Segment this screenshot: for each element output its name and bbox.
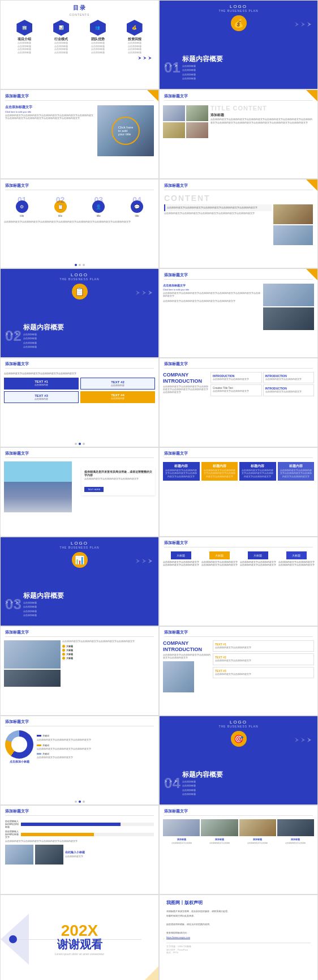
ph1 bbox=[163, 105, 185, 121]
slide6-header: 添加标题文字 bbox=[160, 179, 317, 194]
prog-label-2: 您还需要输入如何绑定标题文字 bbox=[5, 830, 19, 838]
slide3-sub2: Click here to add your title bbox=[5, 110, 95, 113]
slide16-header: 添加标题文字 bbox=[160, 627, 317, 640]
slide11-header: 添加标题文字 bbox=[1, 448, 158, 461]
logo-area-3: LOGO THE BUSENESS PLAN bbox=[1, 537, 158, 550]
step-1: 01 ⚙ title bbox=[9, 196, 35, 217]
tri-deco-3 bbox=[306, 179, 317, 191]
slide-declaration: 我图网丨版权声明 本模板图片来源互联网，若涉及到您的版权，请联系我们处理。 转载… bbox=[159, 895, 318, 980]
slide6-photos bbox=[273, 204, 313, 245]
slide3-title: 添加标题文字 bbox=[5, 93, 154, 101]
ib2-title: INTRODUCTION bbox=[265, 374, 312, 378]
logo-text-4: LOGO bbox=[160, 720, 317, 725]
prog-bar-2 bbox=[21, 833, 154, 836]
col-desc-4: 点击添加内容文字点击添加 bbox=[277, 842, 314, 844]
dot9-active bbox=[79, 443, 81, 445]
slide16-body: COMPANYINTRODUCTION 点击添加内容文字点击添加内容文字点击添加… bbox=[160, 640, 317, 694]
ib1-text: 点击添加内容文字点击添加内容文字 bbox=[213, 378, 260, 381]
toc-arrows bbox=[138, 56, 153, 59]
slide20-header: 添加标题文字 bbox=[160, 806, 317, 819]
slide16-title: 添加标题文字 bbox=[164, 630, 313, 637]
donut-chart-area: 点击添加小标题 bbox=[5, 730, 33, 763]
dot17-active bbox=[79, 801, 81, 803]
logo-text-3: LOGO bbox=[1, 541, 158, 546]
toc-item-4: 💰 投资回报 点击添加标题点击添加标题点击添加标题点击添加标题 bbox=[119, 20, 150, 54]
slide-content-8: 添加标题文字 点击添加标题文字 Click here to add your t… bbox=[159, 268, 318, 358]
legend-3: 关键词 bbox=[37, 752, 154, 755]
dot-yellow-2 bbox=[62, 649, 65, 652]
slide10-body: COMPANYINTRODUCTION 点击添加内容文字点击添加内容文字点击添加… bbox=[160, 372, 317, 396]
t4larr3 bbox=[174, 780, 179, 783]
t3arr1 bbox=[136, 559, 141, 563]
fb3-text: 点击添加内容文字点击添加内容文字点击添加内容文字点击添加内容文字点击添加内容文字 bbox=[242, 469, 274, 478]
slide16-right: TEXT #1 点击添加内容文字点击添加内容文字 TEXT #2 点击添加内容文… bbox=[213, 640, 314, 694]
right-arr-2 bbox=[301, 22, 307, 27]
slide9-intro-text: 点击添加内容文字点击添加内容文字点击添加内容文字点击添加内容文字 bbox=[1, 373, 158, 375]
coin-area-4: 🎯 bbox=[231, 731, 247, 747]
gi3-desc: 点击添加内容 bbox=[7, 398, 76, 400]
logo-text-1: LOGO bbox=[160, 4, 317, 9]
slide6-title: 添加标题文字 bbox=[164, 183, 313, 190]
slide16-co-text: 点击添加内容文字点击添加内容文字点击添加内容文字点击添加内容文字 bbox=[163, 654, 211, 660]
slide-donut: 添加标题文字 点击添加小标题 关键词 点击添加内容文字点击添加内容文字点击添加内… bbox=[0, 716, 159, 805]
ib1-title: INTRODUCTION bbox=[213, 374, 260, 378]
slide10-right: INTRODUCTION 点击添加内容文字点击添加内容文字 INTRODUCTI… bbox=[210, 372, 314, 396]
grid-item-1: TEXT #1 点击添加内容 bbox=[4, 378, 79, 390]
fp3 bbox=[239, 819, 276, 836]
dot-yellow-3 bbox=[62, 653, 65, 656]
card2-label: TEXT #2 bbox=[215, 656, 312, 659]
icon-desc-2: 点击添加内容文字点击添加内容文字点击添加内容文字点击添加内容文字 bbox=[201, 561, 238, 567]
t3larr3 bbox=[15, 601, 20, 604]
icon-item-2: 大标题 点击添加内容文字点击添加内容文字点击添加内容文字点击添加内容文字 bbox=[201, 551, 238, 567]
slide6-body-text: 点击添加内容文字点击添加内容文字点击添加内容文字点击添加内容文字点击添加内容文字 bbox=[164, 212, 272, 215]
slide11-title: 添加标题文字 bbox=[5, 451, 154, 458]
icon-box-3: 大标题 bbox=[248, 551, 268, 559]
slide15-ph1 bbox=[4, 640, 61, 669]
prog-row-1: 您还需要输入如何绑定按钮标题 bbox=[5, 820, 154, 828]
icon-desc-4: 点击添加内容文字点击添加内容文字点击添加内容文字点击添加内容文字 bbox=[278, 561, 315, 567]
step-4: 04 💬 title bbox=[124, 196, 150, 217]
steps-row: 01 ⚙ title 02 📋 title 03 👤 title 04 💬 ti… bbox=[1, 196, 158, 217]
slide-toc: 目录 CONTENTS 🏢 项目介绍 点击添加标题点击添加标题点击添加标题点击添… bbox=[0, 0, 159, 89]
slide8-sub2: Click here to add your title bbox=[163, 288, 261, 291]
decl-footer-text: 文字排版：1280×720像素 设计软件：PowerPoint 格式：PPTX bbox=[166, 945, 311, 955]
t3larr1 bbox=[5, 601, 10, 604]
gi3-label: TEXT #3 bbox=[7, 394, 76, 397]
building-btn[interactable]: TEXT HERE bbox=[84, 487, 104, 492]
fb1-title: 标题内容 bbox=[165, 464, 197, 468]
legend-label-3: 关键词 bbox=[42, 752, 49, 755]
slide14-items: 大标题 点击添加内容文字点击添加内容文字点击添加内容文字点击添加内容文字 大标题… bbox=[160, 551, 317, 567]
slide-company-intro: 添加标题文字 COMPANYINTRODUCTION 点击添加内容文字点击添加内… bbox=[159, 358, 318, 447]
slide15-title: 添加标题文字 bbox=[5, 630, 154, 637]
title2-text-block: 标题内容概要 点击添加标题点击添加标题点击添加标题点击添加标题 bbox=[23, 323, 64, 349]
slide15-row2: 大标题 bbox=[62, 649, 155, 652]
slide-timeline: 添加标题文字 您还需要输入如何绑定按钮标题 您还需要输入如何绑定标题文字 点击添… bbox=[0, 805, 159, 895]
building-text-body: 点击添加内容文字点击添加内容文字点击添加内容文字 bbox=[84, 478, 152, 481]
desc-row: 点击添加内容文字点击添加 点击添加内容文字点击添加 点击添加内容文字点击添加 点… bbox=[163, 842, 314, 844]
slide4-header: 添加标题文字 bbox=[160, 90, 317, 105]
company-intro-text: 点击添加内容文字点击添加内容文字点击添加内容文字点击添加内容文字点击添加内容文字… bbox=[163, 386, 208, 395]
slide8-body-text2: 点击添加内容文字点击添加内容文字点击添加内容文字点击添加内容文字 bbox=[163, 300, 261, 303]
arr-r2 bbox=[142, 290, 148, 295]
step-num-4: 04 bbox=[132, 196, 141, 204]
toc-label-4: 投资回报 bbox=[128, 37, 141, 41]
hex-icon-3: 👥 bbox=[90, 20, 106, 36]
slide-photo-grid-final: 添加标题文字 添加标题 添加标题 添加标题 添加标题 点击添加内容文字点击添加 … bbox=[159, 805, 318, 895]
arr-r1 bbox=[136, 290, 141, 295]
slide-photo-1: 添加标题文字 点击添加标题文字 Click here to add your t… bbox=[0, 89, 159, 179]
step-label-1: title bbox=[20, 215, 24, 217]
title-content: 01 标题内容概要 点击添加标题点击添加标题点击添加标题点击添加标题 bbox=[164, 54, 223, 80]
slide10-left: COMPANYINTRODUCTION 点击添加内容文字点击添加内容文字点击添加… bbox=[163, 372, 208, 396]
coin-icon: 💰 bbox=[231, 15, 247, 31]
dot17-2 bbox=[83, 801, 85, 803]
ph2 bbox=[186, 105, 208, 121]
slide17-title: 添加标题文字 bbox=[5, 719, 154, 726]
fb2-title: 标题内容 bbox=[204, 464, 236, 468]
card3-text: 点击添加内容文字点击添加内容文字 bbox=[215, 673, 312, 676]
gi2-desc: 点击添加内容 bbox=[83, 384, 152, 387]
t4arr2 bbox=[301, 738, 307, 742]
legend-label-1: 关键词 bbox=[42, 734, 49, 737]
slide-title-cn-4: 标题内容概要 bbox=[182, 770, 223, 780]
steps-desc: 点击添加内容文字点击添加内容文字点击添加内容文字点击添加内容文字点击添加内容文字… bbox=[1, 221, 158, 224]
slide3-body: 点击添加标题文字 Click here to add your title 点击… bbox=[1, 105, 158, 156]
